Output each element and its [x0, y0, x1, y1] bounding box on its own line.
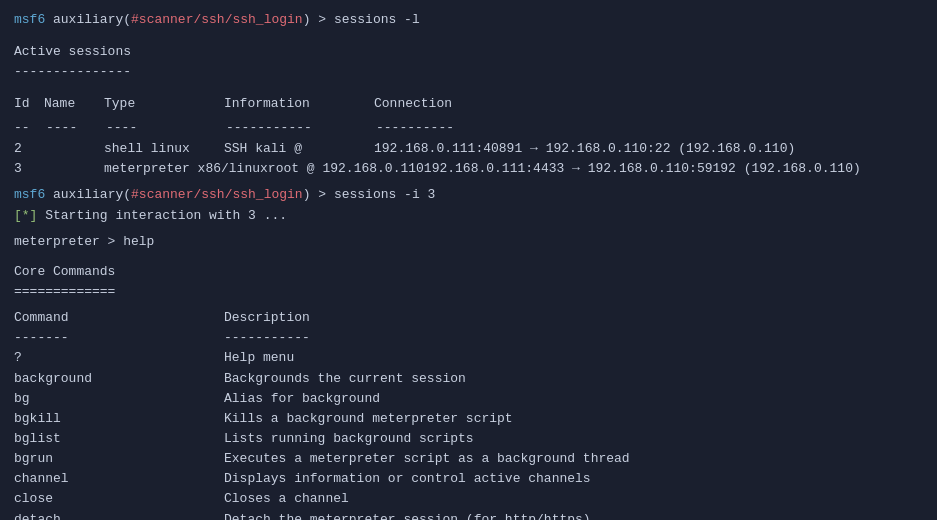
cmd-row: bgrunExecutes a meterpreter script as a … — [14, 449, 923, 469]
cmd-name-8: detach — [14, 510, 224, 520]
row2-type: meterpreter x86/linux — [104, 159, 268, 179]
cmd-desc-2: Alias for background — [224, 389, 380, 409]
row2-name — [44, 159, 104, 179]
ul-id: -- — [14, 116, 44, 139]
cmd-row: backgroundBackgrounds the current sessio… — [14, 369, 923, 389]
cmd-name-1: background — [14, 369, 224, 389]
bracket-icon: [*] — [14, 208, 37, 223]
ul-conn: ---------- — [376, 116, 454, 139]
prompt-cmd-name-1: #scanner/ssh/ssh_login — [131, 12, 303, 27]
prompt-cmd-close-1: ) — [303, 12, 311, 27]
cmd-ul-desc: ----------- — [224, 328, 310, 348]
row1-type: shell linux — [104, 139, 224, 159]
prompt-cmd-name-2: #scanner/ssh/ssh_login — [131, 187, 303, 202]
cmd-desc-3: Kills a background meterpreter script — [224, 409, 513, 429]
table-row: 2 shell linux SSH kali @ 192.168.0.111:4… — [14, 139, 923, 159]
prompt-cmd-part-1: auxiliary( — [45, 12, 131, 27]
prompt-prefix-1: msf6 — [14, 12, 45, 27]
cmd-desc-6: Displays information or control active c… — [224, 469, 591, 489]
cmd-name-6: channel — [14, 469, 224, 489]
core-commands-underline: ============= — [14, 282, 923, 302]
cmd-name-0: ? — [14, 348, 224, 368]
cmd-row: detachDetach the meterpreter session (fo… — [14, 510, 923, 520]
cmd-row: ?Help menu — [14, 348, 923, 368]
ul-info: ----------- — [226, 116, 376, 139]
row1-info: SSH kali @ — [224, 139, 374, 159]
prompt-args-1: > sessions -l — [311, 12, 420, 27]
cmd-row: bglistLists running background scripts — [14, 429, 923, 449]
cmd-name-7: close — [14, 489, 224, 509]
col-name: Name — [44, 92, 104, 115]
row1-id: 2 — [14, 139, 44, 159]
cmd-col-desc: Description — [224, 308, 310, 328]
core-commands-header: Core Commands — [14, 262, 923, 282]
row2-conn: 192.168.0.111:4433 → 192.168.0.110:59192… — [424, 159, 861, 179]
cmd-name-2: bg — [14, 389, 224, 409]
cmd-desc-1: Backgrounds the current session — [224, 369, 466, 389]
cmd-row: bgkillKills a background meterpreter scr… — [14, 409, 923, 429]
cmd-row: channelDisplays information or control a… — [14, 469, 923, 489]
cmd-row: closeCloses a channel — [14, 489, 923, 509]
table-header: Id Name Type Information Connection — [14, 92, 923, 115]
prompt-line-2: msf6 auxiliary(#scanner/ssh/ssh_login) >… — [14, 185, 923, 205]
cmd-desc-0: Help menu — [224, 348, 294, 368]
cmd-name-5: bgrun — [14, 449, 224, 469]
col-type: Type — [104, 92, 224, 115]
active-sessions-header: Active sessions — [14, 42, 923, 62]
col-info: Information — [224, 92, 374, 115]
cmd-col-command: Command — [14, 308, 224, 328]
col-conn: Connection — [374, 92, 452, 115]
prompt-line-1: msf6 auxiliary(#scanner/ssh/ssh_login) >… — [14, 10, 923, 30]
table-underline: -- ---- ---- ----------- ---------- — [14, 116, 923, 139]
prompt-prefix-2: msf6 — [14, 187, 45, 202]
row1-conn: 192.168.0.111:40891 → 192.168.0.110:22 (… — [374, 139, 795, 159]
table-row: 3 meterpreter x86/linux root @ 192.168.0… — [14, 159, 923, 179]
sessions-table: Id Name Type Information Connection -- -… — [14, 92, 923, 139]
ul-type: ---- — [106, 116, 226, 139]
terminal: msf6 auxiliary(#scanner/ssh/ssh_login) >… — [14, 10, 923, 520]
active-sessions-underline: --------------- — [14, 62, 923, 82]
cmd-desc-5: Executes a meterpreter script as a backg… — [224, 449, 630, 469]
row1-name — [44, 139, 104, 159]
cmd-name-3: bgkill — [14, 409, 224, 429]
cmd-row: bgAlias for background — [14, 389, 923, 409]
cmd-ul-command: ------- — [14, 328, 224, 348]
ul-name: ---- — [46, 116, 106, 139]
starting-msg-text: Starting interaction with 3 ... — [37, 208, 287, 223]
cmd-name-4: bglist — [14, 429, 224, 449]
prompt-cmd-part-2: auxiliary( — [45, 187, 131, 202]
col-id: Id — [14, 92, 44, 115]
cmd-table-body: ?Help menubackgroundBackgrounds the curr… — [14, 348, 923, 520]
starting-msg: [*] Starting interaction with 3 ... — [14, 206, 923, 226]
row2-id: 3 — [14, 159, 44, 179]
cmd-desc-4: Lists running background scripts — [224, 429, 474, 449]
cmd-table-underline: ------- ----------- — [14, 328, 923, 348]
prompt-args-2: > sessions -i 3 — [311, 187, 436, 202]
prompt-cmd-close-2: ) — [303, 187, 311, 202]
cmd-desc-8: Detach the meterpreter session (for http… — [224, 510, 591, 520]
row2-info: root @ 192.168.0.110 — [268, 159, 424, 179]
meterpreter-prompt: meterpreter > help — [14, 232, 923, 252]
cmd-desc-7: Closes a channel — [224, 489, 349, 509]
cmd-table-header: Command Description — [14, 308, 923, 328]
